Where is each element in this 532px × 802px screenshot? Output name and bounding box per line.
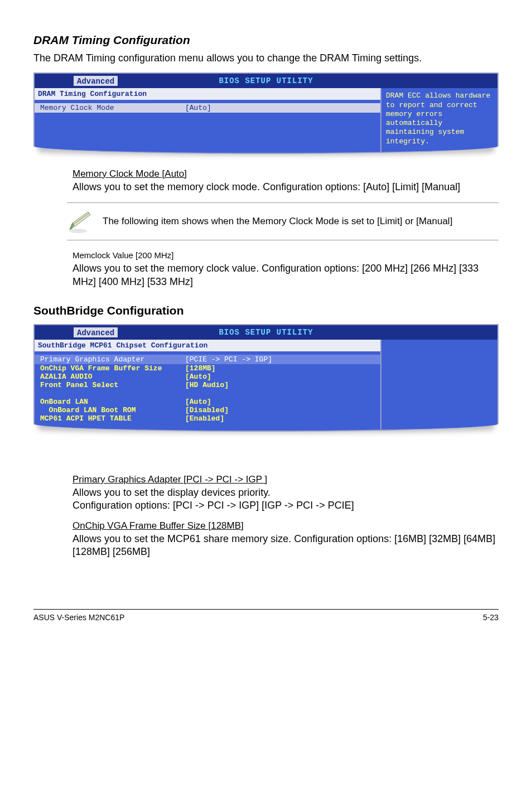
bios-row: Primary Graphics Adapter[PCIE -> PCI -> … [35, 355, 380, 364]
section-heading-southbridge: SouthBridge Configuration [33, 304, 499, 317]
bios-row-value: [PCIE -> PCI -> IGP] [185, 355, 272, 364]
bios-row-key: Memory Clock Mode [40, 104, 185, 112]
bios-row-key: AZALIA AUDIO [40, 373, 185, 381]
page-footer: ASUS V-Series M2NC61P 5-23 [33, 609, 499, 622]
bios-panel-heading: SouthBridge MCP61 Chipset Configuration [35, 340, 380, 351]
bios-row-value: [Enabled] [185, 414, 224, 423]
bios-row-value: [Auto] [185, 398, 211, 406]
section-paragraph-dram: The DRAM Timing configuration menu allow… [33, 51, 499, 65]
bios-row-key: OnBoard LAN Boot ROM [40, 406, 185, 414]
note-box: The following item shows when the Memory… [67, 202, 499, 240]
footer-left: ASUS V-Series M2NC61P [33, 613, 124, 622]
item-heading-memclock-value: Memclock Value [200 MHz] [72, 250, 499, 260]
item-body-pga-line1: Allows you to set the display devices pr… [72, 486, 499, 499]
bios-left-panel: DRAM Timing Configuration Memory Clock M… [35, 88, 380, 153]
section-heading-dram: DRAM Timing Configuration [33, 33, 499, 47]
note-pencil-icon [67, 209, 93, 234]
bios-screenshot-1: BIOS SETUP UTILITY Advanced DRAM Timing … [33, 73, 499, 154]
bios-row: AZALIA AUDIO[Auto] [40, 373, 375, 381]
bios-row-key: Primary Graphics Adapter [40, 355, 185, 364]
item-body-pga-line2: Configuration options: [PCI -> PCI -> IG… [72, 499, 499, 512]
bios-row: OnBoard LAN Boot ROM[Disabled] [40, 406, 375, 414]
note-text: The following item shows when the Memory… [103, 215, 452, 228]
bios-titlebar: BIOS SETUP UTILITY Advanced [35, 74, 497, 88]
bios-row: Front Panel Select[HD Audio] [40, 381, 375, 389]
item-body-onchip-vga-buffer: Allows you to set the MCP61 share memory… [72, 533, 499, 559]
bios-row-key: OnChip VGA Frame Buffer Size [40, 364, 185, 373]
bios-row-key: MCP61 ACPI HPET TABLE [40, 414, 185, 423]
bios-screenshot-2: BIOS SETUP UTILITY Advanced SouthBridge … [33, 324, 499, 432]
bios-row-value: [Auto] [185, 104, 211, 112]
bios-help-panel [380, 340, 497, 431]
bios-row: MCP61 ACPI HPET TABLE[Enabled] [40, 414, 375, 423]
bios-row-key: OnBoard LAN [40, 398, 185, 406]
bios-help-panel: DRAM ECC allows hardware to report and c… [380, 88, 497, 153]
item-body-memclock-value: Allows you to set the memory clock value… [72, 262, 499, 288]
bios-left-panel: SouthBridge MCP61 Chipset Configuration … [35, 340, 380, 431]
item-heading-memory-clock-mode: Memory Clock Mode [Auto] [72, 168, 499, 180]
svg-point-0 [69, 229, 87, 233]
bios-titlebar: BIOS SETUP UTILITY Advanced [35, 325, 497, 340]
item-heading-primary-graphics-adapter: Primary Graphics Adapter [PCI -> PCI -> … [72, 474, 499, 485]
bios-utility-title: BIOS SETUP UTILITY [35, 76, 497, 85]
bios-row-key: Front Panel Select [40, 381, 185, 389]
svg-line-3 [74, 213, 89, 224]
footer-right: 5-23 [483, 613, 499, 622]
bios-row: OnChip VGA Frame Buffer Size[128MB] [40, 364, 375, 373]
bios-row-value: [128MB] [185, 364, 216, 373]
bios-row-value: [HD Audio] [185, 381, 229, 389]
item-body-memory-clock-mode: Allows you to set the memory clock mode.… [72, 181, 499, 194]
bios-row: OnBoard LAN[Auto] [40, 398, 375, 406]
item-heading-onchip-vga-buffer: OnChip VGA Frame Buffer Size [128MB] [72, 520, 499, 532]
bios-panel-heading: DRAM Timing Configuration [35, 88, 380, 100]
bios-row [40, 389, 375, 398]
bios-row-value: [Disabled] [185, 406, 229, 414]
bios-row-value: [Auto] [185, 373, 211, 381]
bios-utility-title: BIOS SETUP UTILITY [35, 328, 497, 337]
bios-row-memory-clock-mode: Memory Clock Mode [Auto] [35, 103, 380, 113]
